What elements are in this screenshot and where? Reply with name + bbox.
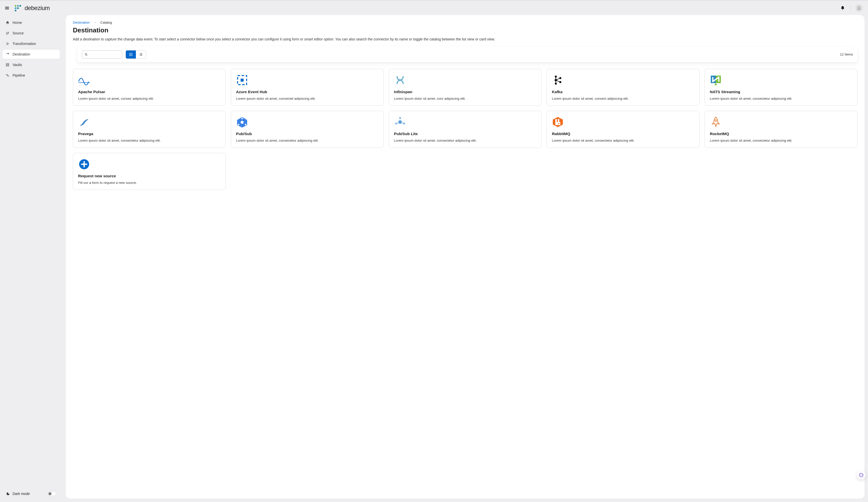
svg-point-9 <box>555 76 557 77</box>
search-input[interactable] <box>90 52 119 57</box>
svg-point-20 <box>238 124 239 125</box>
home-icon <box>6 21 10 24</box>
svg-rect-27 <box>558 119 559 122</box>
sidebar-item-vaults[interactable]: Vaults <box>2 60 60 69</box>
svg-rect-1 <box>17 5 19 7</box>
connector-desc: Lorem ipsum dolor sit amet, consectet ad… <box>236 96 379 101</box>
connector-desc: Lorem ipsum dolor sit amet, consectetur … <box>710 96 852 101</box>
sidebar-item-transformation[interactable]: Transformation <box>2 39 60 48</box>
grid-icon <box>129 52 133 56</box>
svg-point-13 <box>559 81 561 83</box>
connector-desc: Lorem ipsum dolor sit amet, consec adipi… <box>78 96 220 101</box>
connector-desc: Lorem ipsum dolor sit amet, consectetur … <box>552 138 694 143</box>
svg-point-24 <box>395 123 397 125</box>
sidebar-item-pipeline[interactable]: Pipeline <box>2 71 60 80</box>
svg-point-11 <box>555 83 557 85</box>
transformation-icon <box>6 42 10 46</box>
breadcrumb-current: Catalog <box>101 21 112 24</box>
connector-title: NATS Streaming <box>710 90 852 94</box>
svg-rect-8 <box>241 79 244 82</box>
connector-card-pravega[interactable]: Pravega Lorem ipsum dolor sit amet, cons… <box>73 111 226 148</box>
svg-rect-3 <box>15 7 17 9</box>
connector-title: Pravega <box>78 132 220 136</box>
dark-mode-row: Dark mode <box>0 488 62 502</box>
menu-toggle-button[interactable] <box>2 3 12 13</box>
svg-rect-4 <box>17 7 19 9</box>
connector-title: Pub/Sub Lite <box>394 132 537 136</box>
pravega-icon <box>78 116 220 128</box>
source-icon <box>6 31 10 35</box>
sidebar-item-home[interactable]: Home <box>2 18 60 27</box>
catalog-toolbar: 12 Items <box>78 47 857 62</box>
plus-circle-icon <box>78 158 220 170</box>
chat-bot-icon <box>859 473 864 478</box>
connector-card-kafka[interactable]: Kafka Lorem ipsum dolor sit amet, consec… <box>547 69 700 106</box>
svg-point-19 <box>245 124 246 125</box>
nats-icon <box>710 74 852 86</box>
sidebar-nav: Home Source Transformation Destination V… <box>0 18 62 80</box>
sidebar-item-label: Destination <box>12 52 30 56</box>
svg-point-22 <box>399 117 401 119</box>
connector-title: Kafka <box>552 90 694 94</box>
connector-title: RocketMQ <box>710 132 852 136</box>
connector-card-pubsub-lite[interactable]: Pub/Sub Lite Lorem ipsum dolor sit amet,… <box>389 111 542 148</box>
connector-card-pubsub[interactable]: Pub/Sub Lorem ipsum dolor sit amet, cons… <box>231 111 384 148</box>
pubsub-icon <box>236 116 379 128</box>
brand: debezium <box>14 4 50 12</box>
breadcrumb: Destination Catalog <box>73 21 857 24</box>
connector-card-apache-pulsar[interactable]: Apache Pulsar Lorem ipsum dolor sit amet… <box>73 69 226 106</box>
notifications-button[interactable] <box>838 3 847 12</box>
moon-icon <box>6 492 10 496</box>
pubsub-lite-icon <box>394 116 537 128</box>
apache-pulsar-icon <box>78 74 220 86</box>
pipeline-icon <box>6 73 10 77</box>
svg-rect-0 <box>15 5 17 7</box>
chevron-right-icon <box>94 21 96 24</box>
items-count: 12 Items <box>840 52 853 56</box>
page-description: Add a destination to capture the change … <box>73 36 857 42</box>
svg-point-18 <box>241 118 243 119</box>
svg-point-10 <box>555 79 557 81</box>
svg-point-33 <box>860 475 861 475</box>
sidebar-item-destination[interactable]: Destination <box>2 50 60 59</box>
panel: Destination Catalog Destination Add a de… <box>66 15 865 499</box>
request-new-source-card[interactable]: Request new source Fill our a form to re… <box>73 153 226 190</box>
kafka-icon <box>552 74 694 86</box>
main: Destination Catalog Destination Add a de… <box>62 15 868 502</box>
svg-rect-29 <box>558 123 559 124</box>
chat-fab[interactable] <box>857 471 866 479</box>
connector-card-rocketmq[interactable]: RocketMQ Lorem ipsum dolor sit amet, con… <box>704 111 857 148</box>
sidebar-item-source[interactable]: Source <box>2 29 60 38</box>
connector-card-nats-streaming[interactable]: NATS Streaming Lorem ipsum dolor sit ame… <box>704 69 857 106</box>
dark-mode-toggle[interactable] <box>48 491 56 496</box>
svg-point-23 <box>403 123 405 125</box>
vaults-icon <box>6 63 10 67</box>
request-desc: Fill our a form to request a new source. <box>78 180 220 185</box>
sidebar-item-label: Vaults <box>12 63 22 67</box>
breadcrumb-parent[interactable]: Destination <box>73 21 90 24</box>
infinispan-icon <box>394 74 537 86</box>
view-toggle <box>126 50 146 59</box>
connector-title: Pub/Sub <box>236 132 379 136</box>
sidebar-item-label: Pipeline <box>12 73 25 77</box>
svg-point-32 <box>859 473 863 477</box>
svg-rect-28 <box>555 122 560 125</box>
connector-card-azure-event-hub[interactable]: Azure Event Hub Lorem ipsum dolor sit am… <box>231 69 384 106</box>
user-menu-button[interactable] <box>855 3 864 12</box>
topbar-actions <box>838 3 864 12</box>
svg-point-34 <box>861 475 862 475</box>
connector-card-infinispan[interactable]: Infinispan Lorem ipsum dolor sit amet, c… <box>389 69 542 106</box>
svg-point-17 <box>241 121 244 124</box>
grid-view-button[interactable] <box>126 51 136 59</box>
svg-point-12 <box>559 77 561 79</box>
page-title: Destination <box>73 27 857 34</box>
list-view-button[interactable] <box>136 51 146 59</box>
svg-point-21 <box>398 120 402 124</box>
search-field[interactable] <box>82 51 122 59</box>
catalog-grid: Apache Pulsar Lorem ipsum dolor sit amet… <box>73 69 857 190</box>
connector-card-rabbitmq[interactable]: RabbitMQ Lorem ipsum dolor sit amet, con… <box>547 111 700 148</box>
svg-rect-2 <box>19 5 21 7</box>
list-icon <box>139 52 143 56</box>
sidebar-item-label: Transformation <box>12 42 36 46</box>
svg-point-6 <box>7 64 8 65</box>
